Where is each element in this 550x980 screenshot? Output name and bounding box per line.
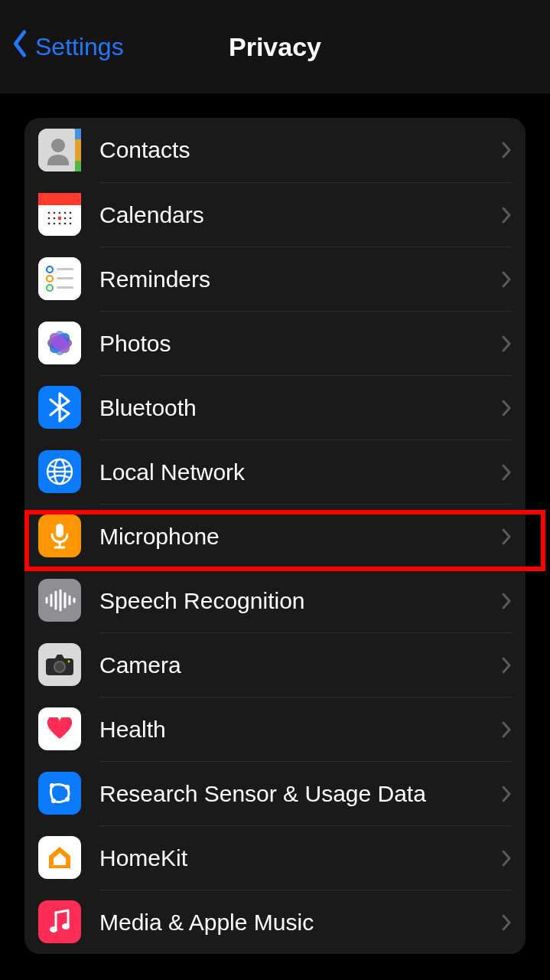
row-calendars[interactable]: Calendars bbox=[24, 182, 526, 247]
svg-rect-27 bbox=[57, 277, 73, 279]
svg-point-14 bbox=[64, 217, 67, 220]
svg-point-20 bbox=[70, 223, 72, 225]
chevron-right-icon bbox=[501, 206, 512, 224]
row-camera[interactable]: Camera bbox=[24, 632, 526, 697]
row-research[interactable]: Research Sensor & Usage Data bbox=[24, 761, 526, 825]
reminders-icon bbox=[38, 257, 81, 300]
row-contacts[interactable]: Contacts bbox=[24, 118, 526, 182]
row-label: Camera bbox=[99, 652, 501, 678]
chevron-right-icon bbox=[501, 592, 512, 610]
bluetooth-icon bbox=[38, 386, 81, 429]
photos-icon bbox=[38, 322, 81, 364]
contacts-icon bbox=[38, 129, 81, 172]
row-media-music[interactable]: Media & Apple Music bbox=[24, 890, 526, 954]
svg-rect-26 bbox=[57, 268, 73, 270]
chevron-right-icon bbox=[501, 270, 512, 289]
svg-point-11 bbox=[70, 212, 72, 214]
chevron-right-icon bbox=[501, 720, 512, 739]
svg-point-17 bbox=[54, 223, 56, 225]
svg-rect-28 bbox=[57, 286, 73, 289]
svg-point-52 bbox=[54, 662, 65, 672]
svg-point-9 bbox=[59, 212, 61, 214]
svg-rect-2 bbox=[75, 129, 81, 139]
row-label: Calendars bbox=[99, 202, 501, 228]
row-label: Reminders bbox=[99, 266, 501, 292]
chevron-right-icon bbox=[501, 399, 512, 417]
heart-icon bbox=[38, 707, 81, 750]
svg-point-18 bbox=[59, 223, 61, 225]
row-label: Photos bbox=[99, 331, 501, 357]
row-microphone[interactable]: Microphone bbox=[24, 504, 526, 568]
svg-point-59 bbox=[50, 926, 57, 933]
row-label: Microphone bbox=[99, 524, 501, 550]
row-label: Research Sensor & Usage Data bbox=[99, 781, 501, 807]
chevron-right-icon bbox=[501, 656, 512, 675]
home-icon bbox=[38, 836, 81, 879]
svg-point-8 bbox=[54, 212, 56, 214]
row-health[interactable]: Health bbox=[24, 697, 526, 761]
back-chevron-icon bbox=[11, 29, 35, 64]
svg-point-16 bbox=[48, 223, 50, 225]
chevron-right-icon bbox=[501, 335, 512, 353]
row-reminders[interactable]: Reminders bbox=[24, 247, 526, 311]
svg-point-4 bbox=[51, 139, 65, 152]
row-homekit[interactable]: HomeKit bbox=[24, 825, 526, 890]
row-label: HomeKit bbox=[99, 845, 501, 871]
svg-point-19 bbox=[64, 223, 67, 225]
chevron-right-icon bbox=[501, 463, 512, 482]
row-bluetooth[interactable]: Bluetooth bbox=[24, 375, 526, 439]
music-icon bbox=[38, 900, 81, 943]
svg-point-60 bbox=[62, 923, 70, 929]
row-label: Speech Recognition bbox=[99, 588, 501, 614]
row-label: Media & Apple Music bbox=[99, 910, 501, 936]
sensor-icon bbox=[38, 772, 81, 815]
row-label: Local Network bbox=[99, 459, 501, 485]
chevron-right-icon bbox=[501, 141, 512, 159]
row-label: Contacts bbox=[99, 137, 501, 163]
chevron-right-icon bbox=[501, 785, 512, 803]
page-title: Privacy bbox=[229, 32, 321, 62]
globe-icon bbox=[38, 450, 81, 493]
row-photos[interactable]: Photos bbox=[24, 311, 526, 375]
svg-point-12 bbox=[48, 217, 50, 220]
svg-point-13 bbox=[54, 217, 56, 220]
page-body: Contacts Calenda bbox=[0, 93, 550, 954]
waveform-icon bbox=[38, 579, 81, 622]
svg-point-15 bbox=[70, 217, 72, 220]
back-label: Settings bbox=[35, 33, 124, 61]
calendar-icon bbox=[38, 193, 81, 236]
svg-rect-3 bbox=[75, 161, 81, 172]
navbar: Settings Privacy bbox=[0, 0, 550, 93]
svg-point-7 bbox=[48, 212, 50, 214]
camera-icon bbox=[38, 643, 81, 686]
microphone-icon bbox=[38, 514, 81, 557]
row-label: Bluetooth bbox=[99, 395, 501, 421]
chevron-right-icon bbox=[501, 849, 512, 867]
settings-group: Contacts Calenda bbox=[24, 118, 526, 954]
chevron-right-icon bbox=[501, 913, 512, 932]
svg-point-21 bbox=[58, 217, 62, 220]
svg-point-10 bbox=[64, 212, 67, 214]
row-local-network[interactable]: Local Network bbox=[24, 439, 526, 504]
back-button[interactable]: Settings bbox=[11, 0, 124, 93]
svg-point-53 bbox=[68, 661, 70, 663]
row-label: Health bbox=[99, 717, 501, 743]
row-speech-recognition[interactable]: Speech Recognition bbox=[24, 568, 526, 632]
svg-rect-41 bbox=[56, 524, 63, 537]
chevron-right-icon bbox=[501, 528, 512, 546]
